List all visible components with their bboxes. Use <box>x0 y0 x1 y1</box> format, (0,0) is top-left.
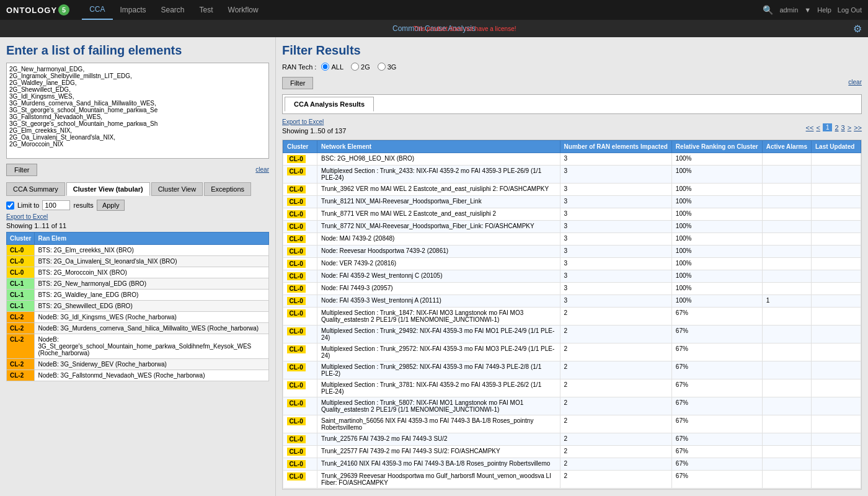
right-ran-cell: 2 <box>560 308 671 326</box>
radio-all[interactable]: ALL <box>321 63 343 71</box>
right-filter-button[interactable]: Filter <box>282 77 313 89</box>
right-ne-cell: Trunk_8772 NIX_MAI-Reevesar_Hoodsportwa_… <box>317 221 560 233</box>
nav-logout[interactable]: Log Out <box>838 6 862 14</box>
right-col-ran: Number of RAN elements Impacted <box>560 141 671 153</box>
right-updated-cell <box>812 471 861 489</box>
apply-button[interactable]: Apply <box>97 200 125 211</box>
radio-all-input[interactable] <box>321 63 329 71</box>
right-updated-cell <box>812 343 861 361</box>
right-ne-cell: Trunk_22577 FAI 7439-2 mo FAI 7449-3 SU/… <box>317 446 560 458</box>
left-panel: Enter a list of failing elements Filter … <box>0 37 276 496</box>
nav-item-cca[interactable]: CCA <box>82 0 112 20</box>
left-clear-link[interactable]: clear <box>255 166 269 173</box>
tab-cluster-view[interactable]: Cluster View <box>151 182 203 196</box>
right-ran-cell: 2 <box>560 343 671 361</box>
radio-2g-input[interactable] <box>351 63 359 71</box>
right-updated-cell <box>812 208 861 221</box>
nav-item-workflow[interactable]: Workflow <box>221 0 266 20</box>
right-ran-cell: 2 <box>560 458 671 471</box>
left-panel-title: Enter a list of failing elements <box>6 43 269 58</box>
right-ran-cell: 3 <box>560 233 671 246</box>
right-active-cell <box>762 415 811 433</box>
right-updated-cell <box>812 153 861 166</box>
right-ne-cell: Node: VER 7439-2 (20816) <box>317 258 560 270</box>
logo-circle: 5 <box>58 4 69 16</box>
filter-results-title: Filter Results <box>282 43 862 58</box>
right-updated-cell <box>812 295 861 308</box>
right-cluster-cell: CL-0 <box>283 283 317 295</box>
right-active-cell <box>762 433 811 446</box>
nav-item-impacts[interactable]: Impacts <box>113 0 154 20</box>
right-ne-cell: Multiplexed Section : Trunk_29852: NIX-F… <box>317 361 560 379</box>
right-rel-cell: 100% <box>671 184 762 196</box>
logo: ONTOLOGY5 <box>6 4 69 16</box>
radio-3g-input[interactable] <box>378 63 386 71</box>
tab-cluster-view-tabular[interactable]: Cluster View (tabular) <box>66 182 150 196</box>
tab-cca-summary[interactable]: CCA Summary <box>6 182 65 196</box>
right-cluster-cell: CL-0 <box>283 343 317 361</box>
right-active-cell <box>762 233 811 246</box>
page-last[interactable]: >> <box>854 124 862 131</box>
pagination: << < 1 2 3 > >> <box>806 123 862 131</box>
right-ne-cell: Trunk_8771 VER mo MAI WEL 2 Eastcote_and… <box>317 208 560 221</box>
right-rel-cell: 67% <box>671 433 762 446</box>
page-next2[interactable]: 2 <box>835 124 838 131</box>
left-cluster-cell: CL-1 <box>7 278 35 290</box>
nav-item-test[interactable]: Test <box>192 0 221 20</box>
right-panel: Filter Results RAN Tech : ALL 2G 3G Filt <box>276 37 868 496</box>
radio-3g[interactable]: 3G <box>378 63 397 71</box>
right-table-container[interactable]: Cluster Network Element Number of RAN el… <box>282 140 862 490</box>
limit-checkbox[interactable] <box>6 202 14 210</box>
right-export-link[interactable]: Export to Excel <box>282 118 324 125</box>
page-prev[interactable]: < <box>816 124 820 131</box>
nav-help[interactable]: Help <box>817 6 831 14</box>
tab-exceptions[interactable]: Exceptions <box>204 182 251 196</box>
page-current[interactable]: 1 <box>823 123 833 131</box>
right-ne-cell: Multiplexed Section : Trunk_2433: NIX-FA… <box>317 166 560 184</box>
right-table: Cluster Network Element Number of RAN el… <box>283 140 861 489</box>
right-updated-cell <box>812 433 861 446</box>
page-next3[interactable]: 3 <box>841 124 845 131</box>
left-ran-elem-cell: NodeB: 3G_Idl_Kingsms_WES (Roche_harborw… <box>35 312 269 323</box>
left-cluster-cell: CL-2 <box>7 312 35 323</box>
nav-right: 🔍 admin ▼ Help Log Out <box>763 5 862 15</box>
left-tabs-row: CCA Summary Cluster View (tabular) Clust… <box>6 182 269 196</box>
left-ran-elem-cell: NodeB: 3G_Sniderwy_BEV (Roche_harborwa) <box>35 359 269 370</box>
left-showing-text: Showing 1..11 of 11 <box>6 222 269 229</box>
right-ran-cell: 2 <box>560 326 671 343</box>
right-updated-cell <box>812 221 861 233</box>
right-rel-cell: 100% <box>671 246 762 258</box>
left-export-link[interactable]: Export to Excel <box>6 213 269 220</box>
page-next[interactable]: > <box>848 124 851 131</box>
right-ne-cell: Node: FAI 7449-3 (20957) <box>317 283 560 295</box>
nav-dropdown-icon[interactable]: ▼ <box>804 6 811 14</box>
failing-elements-textarea[interactable] <box>6 63 269 159</box>
radio-3g-label: 3G <box>388 63 397 71</box>
radio-2g[interactable]: 2G <box>351 63 370 71</box>
right-rel-cell: 100% <box>671 196 762 208</box>
right-rel-cell: 67% <box>671 308 762 326</box>
left-ran-elem-cell: BTS: 2G_Moroccoin_NIX (BRO) <box>35 267 269 278</box>
right-ran-cell: 2 <box>560 471 671 489</box>
right-active-cell <box>762 379 811 397</box>
search-icon[interactable]: 🔍 <box>763 5 773 15</box>
right-clear-link[interactable]: clear <box>848 79 862 86</box>
right-updated-cell <box>812 196 861 208</box>
right-rel-cell: 100% <box>671 270 762 283</box>
settings-icon[interactable]: ⚙ <box>853 23 862 35</box>
right-active-cell <box>762 270 811 283</box>
right-ran-cell: 3 <box>560 196 671 208</box>
right-active-cell <box>762 471 811 489</box>
limit-input[interactable] <box>42 200 70 210</box>
left-ran-elem-cell: BTS: 2G_Shewvillect_EDG (BRO) <box>35 301 269 312</box>
right-rel-cell: 67% <box>671 471 762 489</box>
right-col-ne: Network Element <box>317 141 560 153</box>
page-first[interactable]: << <box>806 124 814 131</box>
right-ran-cell: 3 <box>560 283 671 295</box>
cca-analysis-tab[interactable]: CCA Analysis Results <box>285 97 374 112</box>
left-filter-button[interactable]: Filter <box>6 164 37 176</box>
right-cluster-cell: CL-0 <box>283 153 317 166</box>
right-ne-cell: Multiplexed Section : Trunk_3781: NIX-FA… <box>317 379 560 397</box>
right-updated-cell <box>812 233 861 246</box>
nav-item-search[interactable]: Search <box>154 0 192 20</box>
